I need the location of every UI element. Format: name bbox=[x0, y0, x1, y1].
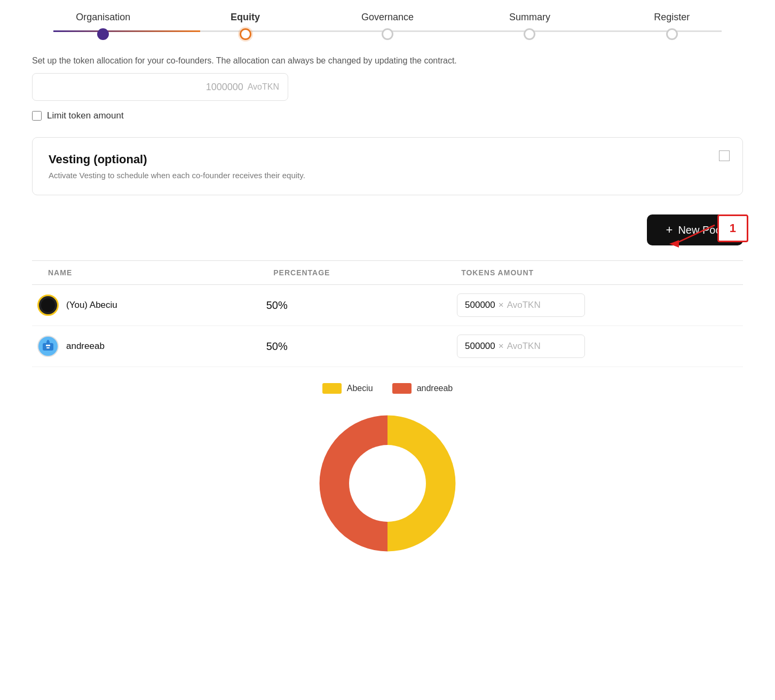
tc-unit-you: AvoTKN bbox=[507, 300, 541, 311]
step-equity[interactable]: Equity bbox=[174, 12, 316, 40]
step-label-governance: Governance bbox=[361, 12, 414, 23]
avatar-andreeab bbox=[37, 336, 59, 357]
tc-value-andreeab: 500000 bbox=[465, 341, 495, 352]
step-label-register: Register bbox=[654, 12, 690, 23]
row-name-you: (You) Abeciu bbox=[32, 295, 266, 316]
legend-swatch-andreeab bbox=[392, 383, 412, 394]
vesting-checkbox[interactable] bbox=[719, 150, 730, 161]
col-header-name: NAME bbox=[32, 268, 273, 277]
donut-svg bbox=[297, 403, 478, 563]
step-label-summary: Summary bbox=[509, 12, 550, 23]
chart-legend: Abeciu andreeab bbox=[322, 383, 453, 394]
main-content: Set up the token allocation for your co-… bbox=[0, 56, 775, 563]
user-name-you: (You) Abeciu bbox=[66, 300, 117, 311]
user-name-andreeab: andreeab bbox=[66, 341, 105, 352]
svg-point-7 bbox=[47, 340, 49, 342]
token-input-section: 1000000 AvoTKN bbox=[32, 73, 743, 101]
pool-table-header: NAME PERCENTAGE TOKENS AMOUNT bbox=[32, 261, 743, 285]
token-input-unit: AvoTKN bbox=[248, 82, 279, 92]
svg-marker-1 bbox=[669, 240, 679, 248]
table-row: (You) Abeciu 50% 500000 × AvoTKN bbox=[32, 285, 743, 326]
step-dot-equity bbox=[240, 28, 251, 40]
svg-rect-5 bbox=[46, 347, 50, 348]
step-dot-summary bbox=[524, 28, 535, 40]
avatar-you-inner bbox=[41, 298, 55, 312]
step-register[interactable]: Register bbox=[601, 12, 743, 40]
arrow-svg bbox=[669, 214, 717, 252]
step-dot-register bbox=[666, 28, 678, 40]
chart-section: Abeciu andreeab bbox=[32, 383, 743, 563]
row-percentage-andreeab: 50% bbox=[266, 340, 457, 353]
tc-unit-andreeab: AvoTKN bbox=[507, 341, 541, 352]
token-input-wrap[interactable]: 1000000 AvoTKN bbox=[32, 73, 288, 101]
avatar-you bbox=[37, 295, 59, 316]
step-label-organisation: Organisation bbox=[76, 12, 130, 23]
step-label-equity: Equity bbox=[231, 12, 260, 23]
svg-rect-4 bbox=[48, 345, 50, 346]
token-cell-you[interactable]: 500000 × AvoTKN bbox=[457, 293, 585, 317]
arrow-annotation: 1 bbox=[669, 214, 748, 252]
section-subtitle: Set up the token allocation for your co-… bbox=[32, 56, 743, 66]
stepper: Organisation Equity Governance Summary R… bbox=[0, 0, 775, 40]
svg-line-0 bbox=[675, 225, 715, 244]
limit-token-row: Limit token amount bbox=[32, 110, 743, 121]
legend-label-abeciu: Abeciu bbox=[347, 384, 373, 393]
vesting-title: Vesting (optional) bbox=[49, 153, 726, 166]
new-pool-row: + New Pool 1 bbox=[32, 214, 743, 245]
limit-token-checkbox[interactable] bbox=[32, 111, 42, 121]
vesting-description: Activate Vesting to schedule when each c… bbox=[49, 171, 726, 180]
andreeab-avatar-svg bbox=[41, 339, 56, 354]
step-governance[interactable]: Governance bbox=[317, 12, 458, 40]
table-row: andreeab 50% 500000 × AvoTKN bbox=[32, 326, 743, 367]
row-percentage-you: 50% bbox=[266, 299, 457, 312]
tc-x-you: × bbox=[499, 300, 504, 311]
col-header-percentage: PERCENTAGE bbox=[273, 268, 461, 277]
limit-token-label: Limit token amount bbox=[47, 110, 124, 121]
step-summary[interactable]: Summary bbox=[458, 12, 600, 40]
svg-rect-3 bbox=[46, 345, 48, 346]
legend-swatch-abeciu bbox=[322, 383, 342, 394]
vesting-card: Vesting (optional) Activate Vesting to s… bbox=[32, 137, 743, 195]
tc-value-you: 500000 bbox=[465, 300, 495, 311]
donut-chart bbox=[297, 403, 478, 563]
col-header-tokens: TOKENS AMOUNT bbox=[461, 268, 743, 277]
pool-table: NAME PERCENTAGE TOKENS AMOUNT (You) Abec… bbox=[32, 260, 743, 367]
tc-x-andreeab: × bbox=[499, 341, 504, 352]
annotation-box: 1 bbox=[717, 214, 748, 242]
token-cell-andreeab[interactable]: 500000 × AvoTKN bbox=[457, 335, 585, 358]
row-name-andreeab: andreeab bbox=[32, 336, 266, 357]
svg-point-8 bbox=[349, 445, 426, 522]
svg-rect-2 bbox=[43, 343, 53, 351]
legend-item-abeciu: Abeciu bbox=[322, 383, 373, 394]
legend-label-andreeab: andreeab bbox=[417, 384, 453, 393]
step-dot-organisation bbox=[97, 28, 109, 40]
row-tokens-you: 500000 × AvoTKN bbox=[457, 293, 743, 317]
step-organisation[interactable]: Organisation bbox=[32, 12, 174, 40]
row-tokens-andreeab: 500000 × AvoTKN bbox=[457, 335, 743, 358]
token-input-value: 1000000 bbox=[41, 82, 248, 93]
legend-item-andreeab: andreeab bbox=[392, 383, 453, 394]
step-dot-governance bbox=[382, 28, 393, 40]
